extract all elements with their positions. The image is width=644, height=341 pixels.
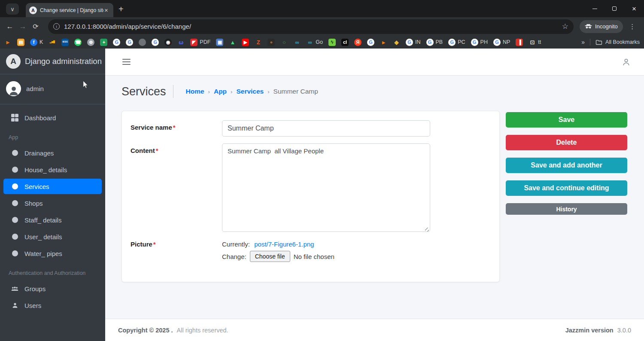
sidebar-item-water-pipes[interactable]: Water_ pipes [3, 246, 102, 261]
bookmark-lightning[interactable]: ϟ [328, 39, 336, 46]
browser-menu-icon[interactable]: ⋮ [627, 23, 638, 30]
breadcrumb-services[interactable]: Services [236, 88, 264, 95]
sidebar-item-users[interactable]: Users [3, 298, 102, 313]
pdf-icon: ◤ [190, 39, 197, 46]
no-file-text: No file chosen [294, 253, 334, 260]
bookmark-google[interactable]: GPC [448, 39, 465, 46]
bookmark-frame[interactable]: ▣ [216, 39, 223, 46]
bookmark-analytics[interactable]: ▂▅█ [49, 39, 56, 46]
version-number: 3.0.0 [617, 327, 631, 334]
sidebar-item-label: Groups [24, 285, 46, 292]
hamburger-menu-icon[interactable] [122, 59, 131, 65]
bookmark-google[interactable]: G [113, 39, 120, 46]
bookmark-godaddy[interactable]: ∞ [293, 39, 301, 46]
new-tab-button[interactable]: + [118, 4, 124, 14]
github-icon [139, 39, 146, 46]
all-bookmarks-button[interactable]: All Bookmarks [595, 39, 640, 45]
bookmark-google[interactable]: GIN [406, 39, 421, 46]
bookmark-youtube[interactable]: ▶ [242, 39, 249, 46]
page-title: Services [122, 85, 166, 98]
bookmark-monitor[interactable]: ⊡tt [529, 39, 541, 46]
brand-link[interactable]: A Django administration [0, 49, 105, 74]
bookmark-pinwheel[interactable]: ► [4, 39, 12, 46]
bookmark-github[interactable] [139, 39, 146, 46]
choose-file-button[interactable]: Choose file [250, 251, 290, 262]
breadcrumb-separator: › [267, 88, 269, 95]
breadcrumb-app[interactable]: App [214, 88, 227, 95]
bookmark-food[interactable]: ● [267, 39, 275, 46]
bookmark-globe[interactable]: ⊕ [87, 39, 94, 46]
google-icon: G [113, 39, 120, 46]
user-panel[interactable]: admin [0, 74, 105, 104]
bookmark-ieee[interactable]: IEEE [61, 39, 69, 46]
sidebar-item-label: Shops [24, 200, 43, 207]
reload-icon[interactable]: ⟳ [29, 22, 42, 30]
sidebar-item-house-details[interactable]: House_ details [3, 162, 102, 177]
sidebar-item-dashboard[interactable]: Dashboard [3, 110, 102, 125]
sidebar-item-drainages[interactable]: Drainages [3, 145, 102, 161]
bookmark-facebook[interactable]: fK [30, 39, 43, 46]
bookmark-android[interactable]: ▲ [229, 39, 236, 46]
breadcrumb-separator: › [208, 88, 210, 95]
bookmark-google[interactable]: GNP [493, 39, 510, 46]
yandex-icon: Я [354, 39, 361, 46]
bookmark-sheets[interactable]: + [100, 39, 107, 46]
sidebar-item-label: Water_ pipes [24, 250, 62, 257]
sidebar-item-services[interactable]: Services [3, 179, 102, 194]
sheets-icon: + [100, 39, 107, 46]
circle-icon [11, 217, 18, 223]
bookmark-google[interactable]: G [126, 39, 133, 46]
bookmark-yandex[interactable]: Я [354, 39, 361, 46]
browser-tab[interactable]: A Change service | Django site ad × [26, 3, 113, 17]
service-name-label: Service name* [131, 124, 176, 131]
breadcrumb-home[interactable]: Home [186, 88, 204, 95]
window-maximize-button[interactable] [605, 0, 624, 17]
circle-icon [11, 150, 18, 156]
bookmark-wheel[interactable]: ◉ [164, 39, 172, 46]
bookmark-google[interactable]: GPB [426, 39, 443, 46]
tab-search-button[interactable]: ∨ [6, 3, 19, 15]
bookmark-whatsapp[interactable]: ☎ [74, 39, 82, 46]
bookmark-deepseek[interactable]: ω [177, 39, 185, 46]
bookmark-ring[interactable]: ○ [280, 39, 288, 46]
back-icon[interactable]: ← [3, 22, 16, 31]
sidebar-item-groups[interactable]: Groups [3, 281, 102, 296]
url-text[interactable]: 127.0.0.1:8000/admin/app/service/6/chang… [64, 23, 559, 30]
window-close-button[interactable]: × [624, 0, 644, 17]
bookmark-google[interactable]: G [367, 39, 374, 46]
sidebar-item-staff-details[interactable]: Staff_ details [3, 212, 102, 228]
bookmark-godaddy[interactable]: ∞Go [306, 39, 323, 46]
current-file-link[interactable]: post/7-Figure6-1.png [254, 241, 314, 248]
bookmark-label: PDF [200, 39, 210, 45]
bookmark-cl[interactable]: cl [341, 39, 349, 46]
tab-title: Change service | Django site ad [40, 7, 103, 13]
save-and-add-another-button[interactable]: Save and add another [506, 158, 627, 173]
sidebar-item-label: Staff_ details [24, 216, 61, 224]
bookmark-orange-app[interactable]: ▤ [17, 39, 24, 46]
user-menu-icon[interactable] [621, 57, 631, 67]
save-and-continue-editing-button[interactable]: Save and continue editing [506, 180, 627, 196]
bookmark-star-icon[interactable]: ☆ [562, 22, 568, 31]
sidebar-item-shops[interactable]: Shops [3, 195, 102, 211]
bookmarks-overflow-icon[interactable]: » [581, 39, 585, 46]
bookmark-pdf[interactable]: ◤PDF [190, 39, 210, 46]
url-bar[interactable]: i 127.0.0.1:8000/admin/app/service/6/cha… [48, 19, 574, 34]
history-button[interactable]: History [506, 203, 627, 215]
bookmark-zlibrary[interactable]: Z [255, 39, 262, 46]
google-icon: G [448, 39, 456, 46]
bookmark-gold[interactable]: ◆ [393, 39, 400, 46]
tab-close-icon[interactable]: × [104, 7, 108, 13]
bookmark-flame[interactable]: ▸ [380, 39, 387, 46]
save-button[interactable]: Save [506, 112, 627, 128]
bookmark-google[interactable]: GPH [471, 39, 488, 46]
delete-button[interactable]: Delete [506, 135, 627, 150]
bookmark-google[interactable]: G [152, 39, 159, 46]
window-minimize-button[interactable] [585, 0, 605, 17]
forward-icon[interactable]: → [16, 22, 29, 31]
tab-favicon: A [29, 6, 37, 14]
content-textarea[interactable] [222, 143, 430, 232]
bookmark-exit[interactable]: ▐ [516, 39, 523, 46]
sidebar-item-user-details[interactable]: User_ details [3, 229, 102, 244]
service-name-input[interactable] [222, 120, 430, 137]
site-info-icon[interactable]: i [53, 23, 60, 30]
